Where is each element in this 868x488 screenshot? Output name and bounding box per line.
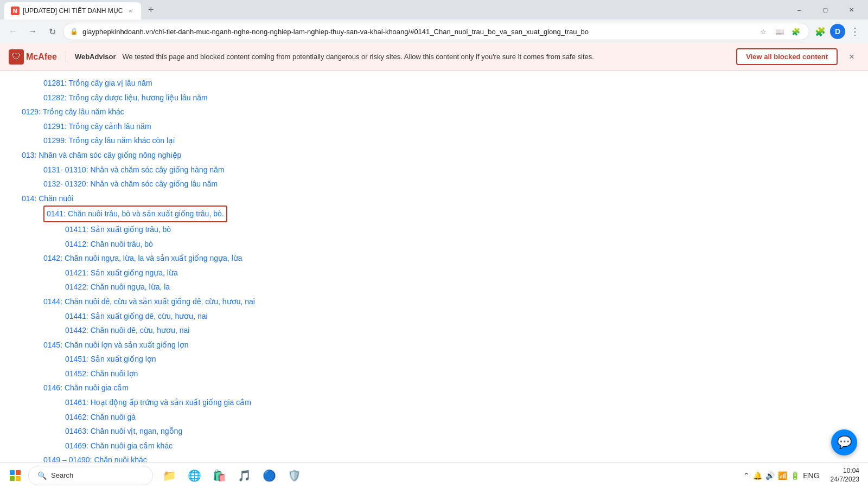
taskbar-app-edge-browser[interactable]: 🌐 — [182, 464, 206, 487]
show-hidden-icons[interactable]: ⌃ — [743, 471, 750, 480]
list-item: 0132- 01320: Nhân và chăm sóc cây giống … — [43, 177, 846, 191]
taskbar-app-chrome[interactable]: 🔵 — [257, 464, 281, 487]
content-link[interactable]: 01442: Chăn nuôi dê, cừu, hươu, nai — [65, 326, 189, 335]
view-blocked-content-button[interactable]: View all blocked content — [736, 48, 838, 65]
content-link[interactable]: 01441: Sản xuất giống dê, cừu, hươu, nai — [65, 312, 208, 320]
system-tray: ⌃ 🔔 🔊 📶 🔋 ENG — [739, 471, 824, 480]
speaker-icon[interactable]: 🔊 — [765, 471, 775, 480]
content-link[interactable]: 01452: Chăn nuôi lợn — [65, 369, 138, 378]
nav-right-icons: 🧩 D ⋮ — [812, 23, 864, 40]
reload-button[interactable]: ↻ — [43, 23, 61, 40]
banner-close-button[interactable]: × — [844, 49, 859, 65]
network-icon[interactable]: 📶 — [778, 471, 787, 480]
address-text: giayphepkinhdoanh.vn/chi-tiet-danh-muc-n… — [82, 28, 752, 36]
more-options-button[interactable]: ⋮ — [846, 23, 864, 40]
content-link[interactable]: 0149 – 01490: Chăn nuôi khác — [43, 455, 147, 462]
extensions-button[interactable]: 🧩 — [812, 23, 829, 40]
list-item: 01461: Hoạt động ấp trứng và sản xuất gi… — [65, 395, 846, 410]
taskbar-app-file-explorer[interactable]: 📁 — [157, 464, 181, 487]
content-link[interactable]: 0131- 01310: Nhân và chăm sóc cây giống … — [43, 165, 225, 174]
profile-button[interactable]: D — [830, 24, 845, 39]
list-item: 01299: Trồng cây lâu năm khác còn lại — [43, 133, 846, 148]
content-link[interactable]: 01281: Trồng cây gia vị lâu năm — [43, 79, 152, 87]
address-bar[interactable]: 🔒 giayphepkinhdoanh.vn/chi-tiet-danh-muc… — [63, 23, 809, 40]
back-button[interactable]: ← — [4, 23, 22, 40]
search-icon: 🔍 — [37, 471, 47, 480]
list-item: 01412: Chăn nuôi trâu, bò — [65, 237, 846, 252]
content-link[interactable]: 01412: Chăn nuôi trâu, bò — [65, 240, 153, 248]
taskbar-right: ⌃ 🔔 🔊 📶 🔋 ENG 10:04 24/7/2023 — [739, 467, 864, 484]
taskbar-app-antivirus[interactable]: 🛡️ — [282, 464, 306, 487]
list-item: 01422: Chăn nuôi ngựa, lừa, la — [65, 280, 846, 294]
taskbar-app-microsoft-store[interactable]: 🛍️ — [207, 464, 231, 487]
page-content: 01281: Trồng cây gia vị lâu năm01282: Tr… — [0, 70, 868, 462]
restore-button[interactable]: ◻ — [813, 0, 838, 20]
content-link[interactable]: 01463: Chăn nuôi vịt, ngan, ngỗng — [65, 427, 182, 435]
bookmark-star-icon[interactable]: ☆ — [757, 25, 770, 38]
content-link[interactable]: 01462: Chăn nuôi gà — [65, 413, 136, 421]
list-item: 014: Chăn nuôi — [22, 191, 846, 206]
list-item: 0131- 01310: Nhân và chăm sóc cây giống … — [43, 163, 846, 177]
messenger-icon: 💬 — [837, 435, 852, 450]
battery-icon[interactable]: 🔋 — [790, 471, 800, 480]
security-icon: 🔒 — [70, 28, 78, 35]
mcafee-divider — [66, 52, 66, 62]
file-explorer-icon: 📁 — [163, 469, 176, 482]
taskbar-apps: 📁🌐🛍️🎵🔵🛡️ — [157, 464, 306, 487]
forward-button[interactable]: → — [24, 23, 41, 40]
mcafee-logo: 🛡 McAfee — [9, 49, 57, 65]
navigation-bar: ← → ↻ 🔒 giayphepkinhdoanh.vn/chi-tiet-da… — [0, 20, 868, 43]
list-item: 01451: Sản xuất giống lợn — [65, 352, 846, 367]
list-item: 01462: Chăn nuôi gà — [65, 410, 846, 425]
content-link[interactable]: 0146: Chăn nuôi gia cầm — [43, 383, 129, 392]
content-link[interactable]: 01299: Trồng cây lâu năm khác còn lại — [43, 136, 175, 145]
tab-close-button[interactable]: × — [126, 7, 135, 15]
time-display: 10:04 — [843, 467, 859, 476]
taskbar-clock[interactable]: 10:04 24/7/2023 — [826, 467, 864, 484]
content-link[interactable]: 014: Chăn nuôi — [22, 194, 73, 203]
notification-icon[interactable]: 🔔 — [753, 471, 762, 480]
content-link[interactable]: 01421: Sản xuất giống ngựa, lừa — [65, 268, 178, 277]
tab-favicon: M — [11, 7, 20, 15]
content-link[interactable]: 01282: Trồng cây dược liệu, hương liệu l… — [43, 93, 208, 102]
antivirus-icon: 🛡️ — [288, 469, 301, 482]
highlighted-link[interactable]: 0141: Chăn nuôi trâu, bò và sản xuất giố… — [43, 206, 227, 222]
content-link[interactable]: 01469: Chăn nuôi gia cầm khác — [65, 441, 173, 450]
list-item: 0129: Trồng cây lâu năm khác — [22, 105, 846, 119]
spotify-icon: 🎵 — [238, 469, 251, 482]
read-mode-icon[interactable]: 📖 — [773, 25, 786, 38]
chrome-icon: 🔵 — [263, 469, 276, 482]
minimize-button[interactable]: – — [787, 0, 812, 20]
content-link[interactable]: 0142: Chăn nuôi ngựa, lừa, la và sản xuấ… — [43, 254, 242, 262]
content-link[interactable]: 01422: Chăn nuôi ngựa, lừa, la — [65, 282, 170, 291]
new-tab-button[interactable]: + — [143, 2, 158, 17]
content-link[interactable]: 01411: Sản xuất giống trâu, bò — [65, 225, 171, 234]
browser-extension-icon[interactable]: 🧩 — [789, 25, 802, 38]
list-item: 0145: Chăn nuôi lợn và sản xuất giống lợ… — [43, 338, 846, 352]
mcafee-message: We tested this page and blocked content … — [123, 53, 730, 61]
window-controls: – ◻ ✕ — [787, 0, 864, 20]
active-tab[interactable]: M [UPDATED] CHI TIẾT DANH MỤC × — [4, 2, 141, 20]
mcafee-brand-name: McAfee — [26, 52, 57, 62]
content-link[interactable]: 0145: Chăn nuôi lợn và sản xuất giống lợ… — [43, 341, 189, 349]
content-link[interactable]: 01461: Hoạt động ấp trứng và sản xuất gi… — [65, 398, 251, 407]
list-item: 0144: Chăn nuôi dê, cừu và sản xuất giốn… — [43, 294, 846, 309]
content-link[interactable]: 0132- 01320: Nhân và chăm sóc cây giống … — [43, 179, 218, 188]
search-label: Search — [51, 471, 73, 479]
content-link[interactable]: 01291: Trồng cây cảnh lâu năm — [43, 122, 151, 131]
start-button[interactable] — [4, 465, 26, 486]
mcafee-shield-icon: 🛡 — [9, 49, 24, 65]
content-link[interactable]: 0144: Chăn nuôi dê, cừu và sản xuất giốn… — [43, 297, 255, 306]
taskbar-search-button[interactable]: 🔍 Search — [28, 466, 153, 485]
content-link[interactable]: 01451: Sản xuất giống lợn — [65, 355, 156, 363]
close-window-button[interactable]: ✕ — [839, 0, 864, 20]
taskbar-app-spotify[interactable]: 🎵 — [232, 464, 256, 487]
messenger-fab-button[interactable]: 💬 — [831, 429, 857, 455]
language-indicator[interactable]: ENG — [803, 471, 819, 480]
content-link[interactable]: 0129: Trồng cây lâu năm khác — [22, 107, 124, 116]
list-item: 01421: Sản xuất giống ngựa, lừa — [65, 266, 846, 280]
mcafee-banner: 🛡 McAfee WebAdvisor We tested this page … — [0, 43, 868, 70]
content-link[interactable]: 013: Nhân và chăm sóc cây giống nông ngh… — [22, 151, 181, 159]
list-item: 01281: Trồng cây gia vị lâu năm — [43, 76, 846, 91]
microsoft-store-icon: 🛍️ — [213, 469, 226, 482]
